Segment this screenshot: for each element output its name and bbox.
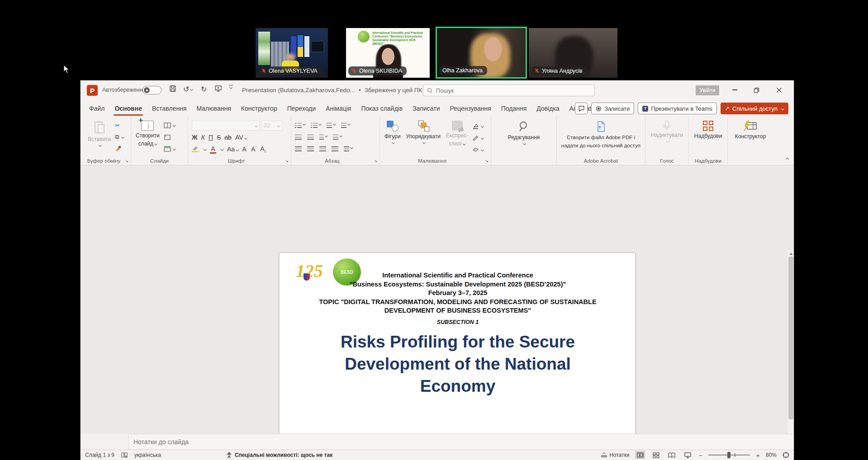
accessibility-status[interactable]: Спеціальні можливості: щось не так — [226, 452, 332, 458]
highlighter-button[interactable] — [192, 146, 199, 152]
share-button[interactable]: ↗ Спільний доступ — [721, 103, 788, 114]
autosave-toggle[interactable] — [142, 86, 161, 94]
reset-slide-button[interactable] — [162, 132, 177, 141]
underline-button[interactable]: П — [209, 134, 213, 141]
comments-button[interactable] — [575, 103, 588, 114]
record-button[interactable]: Записати — [591, 103, 634, 114]
zoom-slider[interactable] — [708, 455, 750, 455]
notes-pane[interactable]: Нотатки до слайда — [129, 434, 794, 450]
designer-button[interactable]: Конструктор — [730, 120, 771, 141]
shape-outline-button[interactable] — [471, 133, 485, 142]
paragraph-dialog-launcher[interactable]: ↘ — [374, 159, 377, 163]
character-spacing-button[interactable]: AV — [235, 134, 247, 141]
sign-in-button[interactable]: Увійти — [696, 85, 719, 95]
tab-design[interactable]: Конструктор — [236, 100, 282, 117]
font-dialog-launcher[interactable]: ↘ — [285, 159, 289, 163]
zoom-level[interactable]: 80% — [766, 452, 777, 458]
restore-button[interactable] — [749, 83, 764, 97]
shrink-font-button[interactable]: Аˇ — [251, 146, 256, 153]
convert-smartart-button[interactable] — [344, 146, 353, 152]
normal-view-button[interactable] — [635, 451, 645, 459]
font-color-button[interactable]: А — [210, 145, 216, 154]
justify-button[interactable] — [332, 146, 338, 152]
redo-button[interactable]: ↻ — [201, 85, 207, 94]
undo-button[interactable]: ↺ — [183, 85, 193, 94]
tab-review[interactable]: Рецензування — [445, 100, 496, 117]
numbering-button[interactable] — [311, 123, 321, 128]
font-color-chevron[interactable] — [221, 147, 224, 150]
video-tile-participant-3-active[interactable]: Olha Zakharova — [436, 27, 527, 79]
close-button[interactable] — [772, 83, 786, 97]
text-direction-button[interactable] — [341, 123, 350, 128]
clipboard-dialog-launcher[interactable]: ↘ — [125, 159, 128, 163]
minimize-button[interactable] — [727, 83, 742, 97]
bold-button[interactable]: Ж — [192, 134, 198, 141]
customize-quick-access-button[interactable] — [229, 85, 233, 89]
slide-title[interactable]: Risks Profiling for the Secure Developme… — [322, 331, 593, 397]
tab-home[interactable]: Основне — [109, 100, 147, 117]
font-name-combo[interactable] — [192, 121, 260, 131]
tab-help[interactable]: Довідка — [531, 100, 564, 117]
italic-button[interactable]: К — [201, 134, 205, 141]
align-right-button[interactable] — [319, 146, 326, 152]
bullets-button[interactable] — [295, 123, 305, 128]
slideshow-view-button[interactable] — [683, 451, 693, 459]
cut-button[interactable]: ✂ — [114, 121, 125, 130]
present-in-teams-button[interactable]: T Презентувати в Teams — [638, 103, 717, 114]
dictate-button[interactable]: Надиктувати — [647, 120, 687, 143]
slide-editing-area[interactable]: 125 BESD International Scientific and Pr… — [279, 253, 636, 460]
grow-font-button[interactable]: Аˆ — [242, 146, 247, 153]
fit-slide-to-window-icon[interactable] — [783, 452, 789, 458]
columns-button[interactable] — [319, 135, 327, 140]
slide-header-textblock[interactable]: International Scientific and Practical C… — [299, 271, 616, 327]
line-spacing-button[interactable] — [327, 123, 336, 128]
shape-fill-button[interactable] — [471, 122, 485, 131]
collapse-ribbon-button[interactable] — [785, 155, 788, 162]
shape-effects-button[interactable] — [471, 145, 485, 154]
align-text-button[interactable] — [333, 135, 342, 140]
document-title-area[interactable]: Presentation (Bulatova,Zakharova,Fedo...… — [242, 87, 429, 94]
slide-sorter-view-button[interactable] — [651, 451, 661, 459]
save-button[interactable] — [169, 85, 176, 92]
scrollbar-thumb[interactable] — [788, 257, 793, 419]
font-size-combo[interactable]: 32 — [261, 121, 282, 131]
copy-button[interactable]: ⧉ — [114, 132, 125, 141]
double-strikethrough-button[interactable]: ab — [224, 134, 232, 141]
new-slide-button[interactable]: + Створити слайд — [133, 120, 162, 153]
tab-slideshow[interactable]: Показ слайдів — [356, 100, 408, 117]
align-left-button[interactable] — [295, 146, 302, 152]
reading-view-button[interactable] — [667, 451, 677, 459]
increase-indent-button[interactable] — [307, 135, 314, 140]
quick-styles-button[interactable]: Експрес- стилі — [443, 120, 471, 157]
tab-animations[interactable]: Анімація — [321, 100, 356, 117]
tab-transitions[interactable]: Переходи — [282, 100, 321, 117]
language-indicator[interactable]: українська — [134, 452, 161, 458]
tab-record[interactable]: Записати — [408, 100, 445, 117]
scroll-up-button[interactable] — [788, 251, 794, 257]
strikethrough-button[interactable]: S — [217, 134, 221, 141]
create-pdf-button[interactable]: Створити файл Adobe PDF і надати до ньог… — [559, 120, 643, 150]
zoom-out-button[interactable]: − — [698, 451, 702, 459]
vertical-scrollbar[interactable] — [787, 250, 794, 460]
decrease-indent-button[interactable] — [295, 135, 302, 140]
search-box[interactable] — [423, 84, 595, 96]
change-case-button[interactable]: Aa — [227, 146, 238, 153]
section-button[interactable] — [162, 144, 177, 153]
start-slideshow-button[interactable] — [214, 85, 222, 92]
format-painter-button[interactable] — [114, 144, 125, 153]
video-tile-participant-1[interactable]: Olena VASYLYEVA — [256, 28, 328, 78]
shapes-button[interactable]: Фігури — [382, 120, 403, 157]
highlighter-chevron[interactable] — [204, 147, 207, 150]
slide-layout-button[interactable] — [162, 121, 177, 130]
video-tile-participant-2[interactable]: International Scientific and Practical C… — [346, 28, 430, 78]
tab-insert[interactable]: Вставлення — [147, 100, 192, 117]
tab-view[interactable]: Подання — [496, 100, 532, 117]
clear-formatting-button[interactable]: А◊ — [260, 145, 266, 154]
slide-counter[interactable]: Слайд 1 з 9 — [85, 452, 114, 458]
notes-toggle-button[interactable]: Нотатки — [601, 452, 629, 458]
zoom-in-button[interactable]: + — [756, 451, 760, 459]
align-center-button[interactable] — [307, 146, 314, 152]
addins-button[interactable]: Надбудови — [691, 120, 726, 140]
drawing-dialog-launcher[interactable]: ↘ — [485, 159, 489, 163]
paste-button[interactable]: Вставити — [85, 120, 114, 153]
